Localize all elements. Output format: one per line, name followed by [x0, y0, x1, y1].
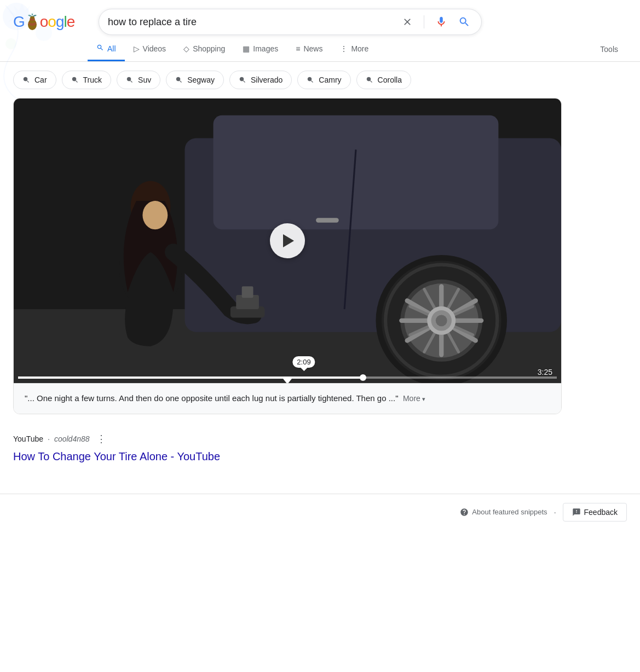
images-icon: ▦	[243, 44, 250, 53]
logo-o2: o	[48, 13, 56, 31]
suggestion-silverado[interactable]: Silverado	[229, 71, 292, 89]
search-chip-icon-5	[239, 76, 246, 84]
feedback-label: Feedback	[584, 508, 618, 517]
search-small-icon	[96, 44, 104, 51]
footer-dot: ·	[554, 508, 556, 517]
all-icon	[96, 44, 104, 53]
suggestion-segway[interactable]: Segway	[166, 71, 224, 89]
search-chip-icon-2	[71, 76, 79, 84]
video-progress-fill	[18, 376, 363, 379]
tab-shopping-label: Shopping	[193, 44, 225, 53]
main-content: 2:09 3:25 "... One night a few turns. An…	[0, 98, 575, 472]
suggestion-corolla-label: Corolla	[378, 76, 402, 84]
tab-shopping[interactable]: ◇ Shopping	[175, 38, 234, 61]
video-time-tooltip: 2:09	[292, 356, 315, 368]
suggestion-suv[interactable]: Suv	[117, 71, 160, 89]
header: G o o g l e ho	[0, 0, 640, 35]
result-title-link[interactable]: How To Change Your Tire Alone - YouTube	[13, 448, 562, 472]
tools-tab[interactable]: Tools	[591, 38, 627, 60]
video-progress-area: 2:09 3:25	[14, 376, 561, 383]
x-icon	[402, 16, 413, 27]
source-menu-button[interactable]: ⋮	[94, 432, 108, 446]
time-current: 2:09	[297, 358, 310, 366]
suggestions-row: Car Truck Suv Segway Silverado Camry C	[0, 62, 640, 98]
suggestion-suv-label: Suv	[138, 76, 151, 84]
voice-search-button[interactable]	[433, 14, 449, 30]
tab-more-label: More	[351, 44, 368, 53]
tab-more[interactable]: ⋮ More	[331, 38, 377, 61]
nav-tabs: All ▷ Videos ◇ Shopping ▦ Images ≡ News …	[0, 37, 640, 62]
video-progress-track[interactable]	[18, 376, 557, 379]
search-chip-icon-4	[175, 76, 183, 84]
tab-videos[interactable]: ▷ Videos	[125, 38, 175, 61]
question-circle-icon	[460, 508, 469, 517]
logo-g2: g	[56, 13, 64, 31]
video-duration: 3:25	[538, 368, 552, 376]
logo: G o o g l e	[13, 13, 74, 31]
search-icons	[400, 14, 472, 30]
logo-o1: o	[40, 13, 48, 31]
shopping-icon: ◇	[183, 44, 189, 53]
tab-news[interactable]: ≡ News	[287, 38, 331, 61]
svg-rect-11	[214, 115, 499, 229]
logo-e: e	[67, 13, 75, 31]
source-name: YouTube	[13, 435, 43, 443]
suggestion-truck[interactable]: Truck	[62, 71, 111, 89]
pine-cone-icon	[25, 14, 39, 30]
source-author: coold4n88	[54, 435, 90, 443]
caption-more-link[interactable]: More	[403, 394, 425, 403]
suggestion-segway-label: Segway	[187, 76, 215, 84]
tab-all[interactable]: All	[88, 37, 125, 61]
videos-icon: ▷	[134, 44, 140, 53]
svg-rect-13	[316, 218, 339, 222]
suggestion-silverado-label: Silverado	[251, 76, 282, 84]
video-card: 2:09 3:25 "... One night a few turns. An…	[13, 98, 562, 414]
feedback-icon	[572, 508, 581, 517]
tab-videos-label: Videos	[143, 44, 166, 53]
video-caption-text: "... One night a few turns. And then do …	[25, 393, 399, 403]
suggestion-camry[interactable]: Camry	[297, 71, 350, 89]
video-caption: "... One night a few turns. And then do …	[14, 383, 561, 414]
suggestion-car-label: Car	[34, 76, 47, 84]
search-divider	[424, 15, 424, 28]
suggestion-truck-label: Truck	[83, 76, 102, 84]
svg-point-32	[142, 201, 168, 229]
footer-area: About featured snippets · Feedback	[0, 494, 640, 530]
search-input[interactable]: how to replace a tire	[108, 16, 400, 28]
tab-all-label: All	[107, 44, 116, 53]
suggestion-car[interactable]: Car	[13, 71, 56, 89]
news-icon: ≡	[296, 44, 300, 53]
logo-area: G o o g l e	[13, 13, 90, 31]
search-box[interactable]: how to replace a tire	[99, 9, 482, 35]
tab-news-label: News	[303, 44, 322, 53]
logo-pine-cone	[25, 14, 39, 30]
microphone-icon	[435, 16, 447, 28]
suggestion-camry-label: Camry	[319, 76, 341, 84]
play-triangle-icon	[283, 234, 294, 247]
logo-g: G	[13, 13, 25, 31]
video-seek-indicator	[283, 379, 292, 383]
source-separator: ·	[48, 435, 50, 443]
play-button[interactable]	[270, 223, 305, 258]
search-chip-icon-6	[307, 76, 314, 84]
search-icon	[458, 16, 470, 28]
suggestion-corolla[interactable]: Corolla	[356, 71, 411, 89]
tab-images[interactable]: ▦ Images	[234, 38, 287, 61]
svg-rect-35	[242, 286, 253, 298]
more-dots-icon: ⋮	[340, 44, 348, 53]
svg-point-29	[436, 315, 447, 326]
svg-point-7	[30, 16, 34, 19]
search-chip-icon-7	[366, 76, 373, 84]
feedback-button[interactable]: Feedback	[563, 503, 627, 522]
about-featured-snippets-link[interactable]: About featured snippets	[460, 508, 547, 517]
featured-snippets-label: About featured snippets	[472, 508, 547, 516]
video-thumbnail[interactable]: 2:09 3:25	[14, 99, 561, 383]
source-row: YouTube · coold4n88 ⋮	[13, 423, 562, 448]
search-button[interactable]	[456, 14, 472, 30]
tab-images-label: Images	[253, 44, 278, 53]
search-chip-icon	[22, 76, 30, 84]
search-chip-icon-3	[126, 76, 134, 84]
clear-button[interactable]	[400, 14, 415, 30]
